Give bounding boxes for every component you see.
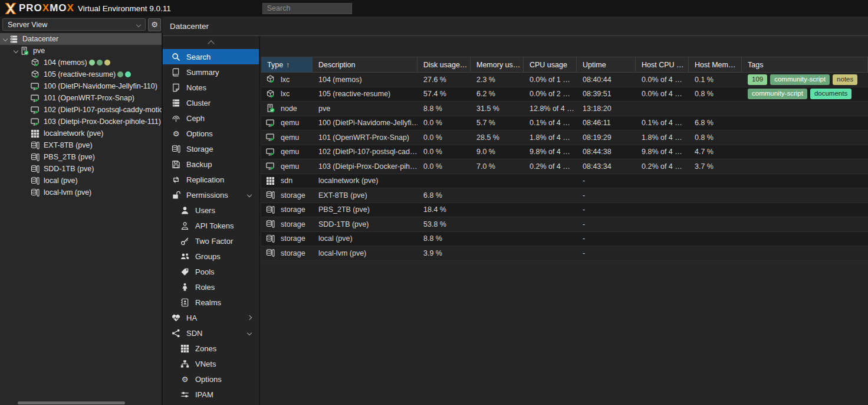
- tags-cell: [742, 232, 868, 246]
- table-header-row: Type↑DescriptionDisk usage…Memory us…CPU…: [261, 57, 868, 73]
- type-label: storage: [281, 249, 305, 257]
- horizontal-scrollbar[interactable]: [18, 401, 125, 404]
- menu-item-summary[interactable]: Summary: [163, 64, 259, 80]
- menu-item-replication[interactable]: Replication: [163, 172, 259, 187]
- column-header-description[interactable]: Description: [313, 57, 417, 72]
- qemu-icon: [31, 81, 42, 91]
- tree-item[interactable]: local-lvm (pve): [0, 187, 162, 198]
- table-row[interactable]: storagelocal-lvm (pve)3.9 %-: [261, 246, 868, 261]
- menu-item-ipam[interactable]: IPAM: [163, 387, 259, 402]
- table-row[interactable]: qemu100 (DietPi-Navidome-Jellyfi…0.0 %5.…: [261, 116, 868, 131]
- tree-item[interactable]: 102 (DietPi-107-postsql-caddy-motione: [0, 104, 162, 116]
- table-row[interactable]: qemu103 (Dietpi-Prox-Docker-pih…0.0 %7.0…: [261, 159, 868, 174]
- type-cell: storage: [261, 188, 313, 203]
- tree-item[interactable]: local (pve): [0, 175, 162, 187]
- view-selector-dropdown[interactable]: Server View: [2, 18, 146, 31]
- menu-item-label: VNets: [195, 360, 216, 368]
- table-row[interactable]: qemu101 (OpenWRT-Prox-Snap)0.0 %28.5 %1.…: [261, 130, 868, 145]
- storage-icon: [31, 176, 42, 185]
- menu-item-search[interactable]: Search: [163, 49, 259, 64]
- table-row[interactable]: storageEXT-8TB (pve)6.8 %-: [261, 188, 868, 203]
- menu-item-cluster[interactable]: Cluster: [163, 95, 259, 110]
- tree-expander-icon[interactable]: [14, 48, 18, 53]
- tree-item[interactable]: 100 (DietPi-Navidome-Jellyfin-110): [0, 80, 162, 92]
- tag-pill: 109: [748, 74, 767, 85]
- column-header-tags[interactable]: Tags: [742, 57, 868, 72]
- menu-item-users[interactable]: Users: [163, 203, 259, 218]
- column-header-host-cpu[interactable]: Host CPU …: [636, 57, 689, 72]
- menu-item-realms[interactable]: Realms: [163, 295, 259, 310]
- tree-item-label: localnetwork (pve): [44, 129, 103, 138]
- column-header-type[interactable]: Type↑: [261, 57, 313, 72]
- chevron-right-icon: [247, 315, 252, 320]
- table-row[interactable]: storagelocal (pve)8.8 %-: [261, 232, 868, 247]
- cell: 08:46:11: [577, 116, 636, 130]
- cell: [636, 102, 689, 116]
- cell: [524, 174, 577, 188]
- tags-cell: [742, 159, 868, 174]
- cell: 0.0% of 2 …: [524, 87, 577, 102]
- menu-item-ha[interactable]: HA: [163, 310, 259, 325]
- column-header-host-mem[interactable]: Host Mem…: [689, 57, 742, 72]
- menu-item-options[interactable]: ⚙Options: [163, 371, 259, 387]
- book-icon: [171, 67, 181, 77]
- table-row[interactable]: lxc105 (reactive-resume)57.4 %6.2 %0.0% …: [261, 87, 868, 102]
- cell: 0.2% of 4 …: [524, 159, 577, 174]
- menu-item-permissions[interactable]: Permissions: [163, 187, 259, 203]
- table-row[interactable]: storageSDD-1TB (pve)53.8 %-: [261, 217, 868, 232]
- cell: 4.7 %: [689, 145, 742, 159]
- top-bar: PROXMOX Virtual Environment 9.0.11: [0, 0, 868, 17]
- menu-item-api-tokens[interactable]: API Tokens: [163, 218, 259, 233]
- table-row[interactable]: storagePBS_2TB (pve)18.4 %-: [261, 203, 868, 218]
- menu-item-sdn[interactable]: SDN: [163, 325, 259, 341]
- menu-item-ceph[interactable]: Ceph: [163, 110, 259, 126]
- column-header-memory-us[interactable]: Memory us…: [471, 57, 524, 72]
- tree-item[interactable]: pve: [0, 45, 162, 57]
- cell: local (pve): [313, 232, 417, 246]
- cell: -: [577, 203, 636, 217]
- column-header-uptime[interactable]: Uptime: [577, 57, 636, 72]
- cell: 9.0 %: [471, 145, 524, 159]
- menu-item-vnets[interactable]: VNets: [163, 356, 259, 371]
- male-icon: [180, 282, 190, 292]
- cell: 08:39:51: [577, 87, 636, 102]
- tree-item[interactable]: localnetwork (pve): [0, 128, 162, 139]
- tree-item[interactable]: EXT-8TB (pve): [0, 139, 162, 151]
- menu-item-two-factor[interactable]: Two Factor: [163, 233, 259, 249]
- cell: [636, 217, 689, 231]
- menu-item-groups[interactable]: Groups: [163, 249, 259, 264]
- tree-expander-icon[interactable]: [3, 37, 8, 41]
- storage-icon: [31, 188, 42, 197]
- tree-item[interactable]: SDD-1TB (pve): [0, 163, 162, 175]
- tree-item[interactable]: 104 (memos): [0, 57, 162, 68]
- cell: 9.8% of 4 …: [636, 145, 689, 159]
- view-settings-gear-button[interactable]: ⚙: [148, 18, 161, 31]
- tree-item[interactable]: 101 (OpenWRT-Prox-Snap): [0, 92, 162, 104]
- lxc-icon: [31, 58, 42, 67]
- table-row[interactable]: qemu102 (DietPi-107-postsql-cad…0.0 %9.0…: [261, 145, 868, 160]
- menu-scroll-up-button[interactable]: [163, 36, 259, 49]
- view-selector-value: Server View: [8, 21, 137, 29]
- menu-item-zones[interactable]: Zones: [163, 341, 259, 356]
- tree-item-label: 105 (reactive-resume): [44, 70, 116, 79]
- tree-item-label: 100 (DietPi-Navidome-Jellyfin-110): [44, 82, 157, 90]
- menu-item-backup[interactable]: Backup: [163, 156, 259, 172]
- table-row[interactable]: lxc104 (memos)27.6 %2.3 %0.0% of 1 …08:4…: [261, 73, 868, 87]
- tree-item[interactable]: Datacenter: [0, 33, 162, 45]
- menu-item-label: Zones: [195, 344, 216, 353]
- table-row[interactable]: nodepve8.8 %31.5 %12.8% of 4 …13:18:20: [261, 102, 868, 116]
- column-header-disk-usage[interactable]: Disk usage…: [417, 57, 471, 72]
- tree-item[interactable]: 105 (reactive-resume): [0, 68, 162, 80]
- global-search-input[interactable]: [262, 3, 352, 14]
- tree-item[interactable]: PBS_2TB (pve): [0, 151, 162, 163]
- table-row[interactable]: sdnlocalnetwork (pve)-: [261, 174, 868, 189]
- menu-item-options[interactable]: ⚙Options: [163, 126, 259, 141]
- menu-item-pools[interactable]: Pools: [163, 264, 259, 279]
- menu-item-storage[interactable]: Storage: [163, 141, 259, 156]
- cell: pve: [313, 102, 417, 116]
- storage-icon: [266, 205, 277, 214]
- menu-item-notes[interactable]: Notes: [163, 80, 259, 95]
- tree-item[interactable]: 103 (Dietpi-Prox-Docker-pihole-111): [0, 116, 162, 128]
- column-header-cpu-usage[interactable]: CPU usage: [524, 57, 577, 72]
- menu-item-roles[interactable]: Roles: [163, 279, 259, 295]
